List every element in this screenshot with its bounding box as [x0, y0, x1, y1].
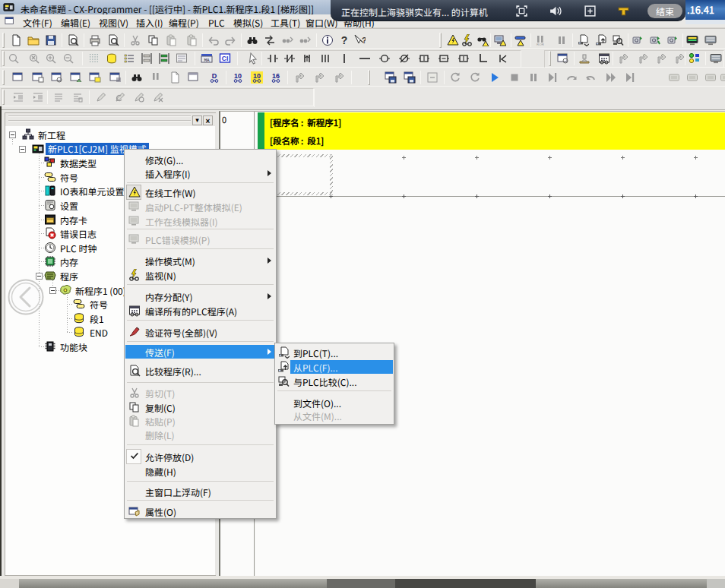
svg-text:10: 10: [234, 72, 242, 80]
svg-text:?: ?: [362, 36, 366, 45]
svg-text:MA: MA: [204, 58, 210, 63]
svg-text:D: D: [212, 72, 217, 80]
svg-text:ROR: ROR: [537, 43, 544, 46]
svg-text:CI: CI: [222, 55, 229, 62]
svg-text:10: 10: [253, 72, 261, 80]
svg-text:?: ?: [341, 34, 348, 46]
svg-text:16: 16: [272, 72, 280, 80]
